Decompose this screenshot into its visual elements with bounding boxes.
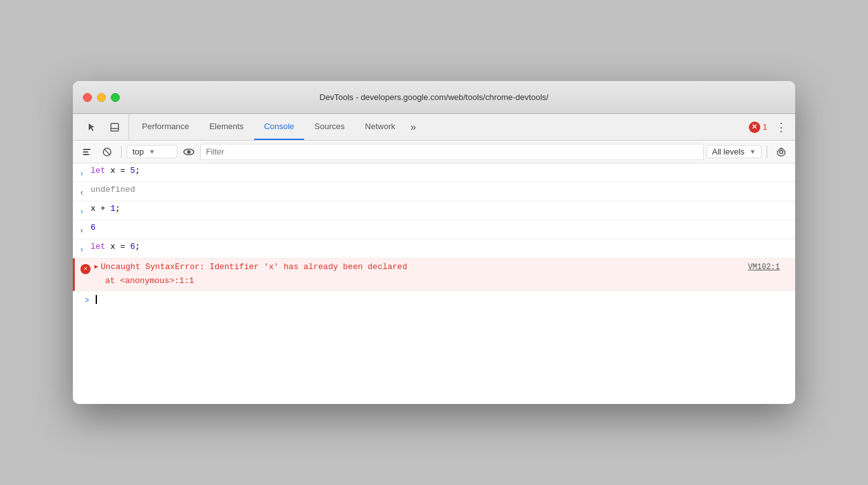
console-input-line[interactable]: > bbox=[73, 291, 795, 307]
minimize-button[interactable] bbox=[97, 93, 106, 102]
level-dropdown-arrow: ▼ bbox=[750, 148, 756, 155]
tabbar: Performance Elements Console Sources Net… bbox=[73, 114, 795, 141]
console-toolbar: top ▼ All levels ▼ bbox=[73, 141, 795, 163]
console-output-text: 6 bbox=[91, 222, 790, 234]
input-prefix: › bbox=[73, 165, 91, 180]
filter-input[interactable] bbox=[200, 144, 704, 160]
error-sub-text: at <anonymous>:1:1 bbox=[105, 275, 194, 287]
maximize-button[interactable] bbox=[111, 93, 120, 102]
console-input-text: let x = 6; bbox=[91, 241, 790, 253]
eye-button[interactable] bbox=[180, 143, 198, 161]
svg-rect-0 bbox=[111, 123, 118, 131]
devtools-window: DevTools - developers.google.com/web/too… bbox=[73, 81, 795, 404]
output-prefix: ‹ bbox=[73, 222, 91, 237]
svg-line-6 bbox=[105, 149, 110, 154]
clear-console-button[interactable] bbox=[78, 143, 96, 161]
console-line: › let x = 6; bbox=[73, 239, 795, 258]
error-badge-icon: ✕ bbox=[749, 122, 760, 133]
context-selector[interactable]: top ▼ bbox=[127, 145, 177, 158]
svg-rect-2 bbox=[83, 149, 91, 150]
error-circle-icon: ✕ bbox=[80, 264, 91, 274]
console-input-text: let x = 5; bbox=[91, 165, 790, 177]
svg-rect-4 bbox=[83, 154, 89, 155]
titlebar: DevTools - developers.google.com/web/too… bbox=[73, 81, 795, 114]
svg-point-9 bbox=[780, 150, 783, 153]
console-line: › let x = 5; bbox=[73, 163, 795, 182]
console-line: ‹ undefined bbox=[73, 182, 795, 201]
input-caret-prefix: > bbox=[78, 293, 96, 305]
drawer-icon[interactable] bbox=[106, 118, 124, 136]
console-input-text: x + 1; bbox=[91, 203, 790, 215]
tab-performance[interactable]: Performance bbox=[132, 114, 199, 140]
tabbar-right: ✕ 1 ⋮ bbox=[749, 114, 790, 140]
tab-console[interactable]: Console bbox=[254, 114, 305, 140]
svg-point-8 bbox=[187, 150, 191, 154]
error-count-badge[interactable]: ✕ 1 bbox=[749, 122, 767, 133]
error-expand-icon[interactable]: ▶ bbox=[94, 261, 98, 273]
console-output-text: undefined bbox=[91, 184, 790, 196]
input-cursor bbox=[96, 295, 97, 304]
traffic-lights bbox=[83, 93, 120, 102]
error-line-prefix: ✕ bbox=[77, 261, 94, 274]
level-selector[interactable]: All levels ▼ bbox=[706, 145, 762, 158]
tab-sources[interactable]: Sources bbox=[304, 114, 355, 140]
console-error-line: ✕ ▶ Uncaught SyntaxError: Identifier 'x'… bbox=[73, 258, 795, 291]
close-button[interactable] bbox=[83, 93, 92, 102]
console-content: › let x = 5; ‹ undefined › x + 1; bbox=[73, 163, 795, 404]
toolbar-divider bbox=[121, 146, 122, 158]
tabbar-icons bbox=[78, 114, 129, 140]
toolbar-divider-2 bbox=[767, 146, 767, 158]
no-ban-button[interactable] bbox=[98, 143, 116, 161]
cursor-icon[interactable] bbox=[83, 118, 101, 136]
input-prefix: › bbox=[73, 241, 91, 256]
settings-gear-button[interactable] bbox=[772, 143, 790, 161]
console-error-text: Uncaught SyntaxError: Identifier 'x' has… bbox=[101, 261, 748, 273]
tab-network[interactable]: Network bbox=[355, 114, 405, 140]
error-source-link[interactable]: VM102:1 bbox=[748, 261, 785, 273]
window-title: DevTools - developers.google.com/web/too… bbox=[319, 92, 548, 102]
output-prefix: ‹ bbox=[73, 184, 91, 199]
context-dropdown-arrow: ▼ bbox=[149, 148, 155, 155]
more-tabs-button[interactable]: » bbox=[405, 114, 421, 140]
svg-rect-3 bbox=[83, 151, 88, 153]
tab-elements[interactable]: Elements bbox=[199, 114, 253, 140]
console-line: ‹ 6 bbox=[73, 220, 795, 239]
console-line: › x + 1; bbox=[73, 201, 795, 220]
kebab-menu-button[interactable]: ⋮ bbox=[772, 118, 790, 136]
input-prefix: › bbox=[73, 203, 91, 218]
